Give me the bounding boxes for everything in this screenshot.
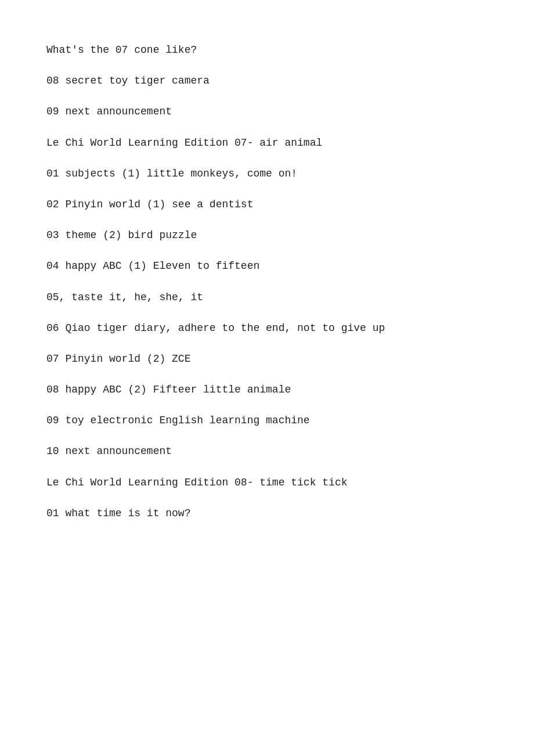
list-item: 07 Pinyin world (2) ZCE	[46, 344, 488, 375]
list-item: 08 happy ABC (2) Fifteer little animale	[46, 375, 488, 405]
list-item: 01 subjects (1) little monkeys, come on!	[46, 159, 488, 189]
list-item: Le Chi World Learning Edition 08- time t…	[46, 467, 488, 498]
list-item: What's the 07 cone like?	[46, 35, 488, 66]
content-list: What's the 07 cone like?08 secret toy ti…	[46, 35, 488, 529]
list-item: 10 next announcement	[46, 436, 488, 467]
list-item: 01 what time is it now?	[46, 498, 488, 529]
list-item: 08 secret toy tiger camera	[46, 66, 488, 96]
list-item: 03 theme (2) bird puzzle	[46, 220, 488, 251]
list-item: 09 next announcement	[46, 96, 488, 127]
list-item: 09 toy electronic English learning machi…	[46, 405, 488, 436]
list-item: 06 Qiao tiger diary, adhere to the end, …	[46, 313, 488, 344]
list-item: 04 happy ABC (1) Eleven to fifteen	[46, 251, 488, 282]
list-item: 02 Pinyin world (1) see a dentist	[46, 189, 488, 220]
list-item: 05, taste it, he, she, it	[46, 282, 488, 313]
list-item: Le Chi World Learning Edition 07- air an…	[46, 128, 488, 159]
